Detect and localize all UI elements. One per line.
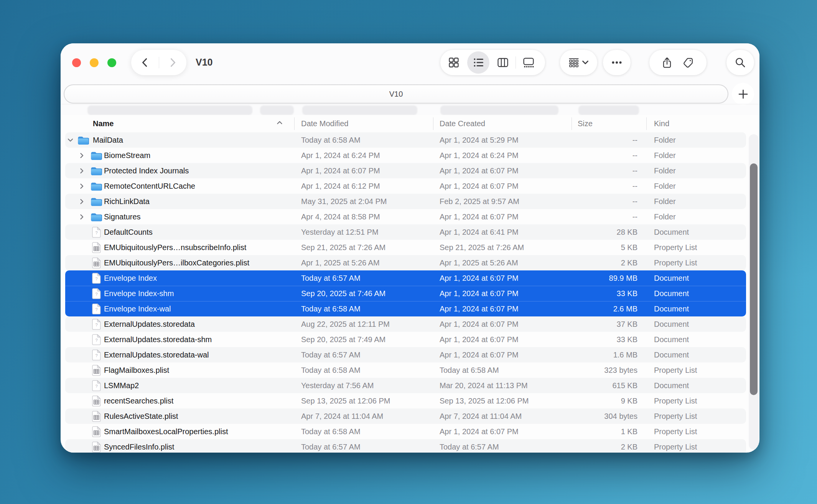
finder-tab[interactable]: V10 bbox=[64, 84, 728, 104]
file-name-label: EMUbiquitouslyPers…nsubscribeInfo.plist bbox=[104, 243, 246, 252]
date-modified-cell: Yesterday at 12:51 PM bbox=[301, 224, 379, 240]
size-cell: 304 bytes bbox=[572, 408, 637, 424]
table-row[interactable]: ?Envelope IndexToday at 6:57 AMApr 1, 20… bbox=[61, 270, 759, 286]
file-name-label: MailData bbox=[93, 136, 123, 145]
share-button[interactable] bbox=[662, 57, 672, 69]
file-name-label: EMUbiquitouslyPers…ilboxCategories.plist bbox=[104, 259, 249, 267]
column-header-name[interactable]: Name bbox=[93, 115, 114, 132]
table-row[interactable]: RemoteContentURLCacheApr 1, 2024 at 6:12… bbox=[61, 178, 759, 194]
column-view-button[interactable] bbox=[491, 50, 515, 75]
name-cell: ?Envelope Index-shm bbox=[61, 286, 174, 301]
kind-cell: Folder bbox=[654, 178, 676, 194]
file-name-label: SmartMailboxesLocalProperties.plist bbox=[104, 427, 228, 436]
close-button[interactable] bbox=[72, 58, 81, 67]
file-name-label: recentSearches.plist bbox=[104, 397, 173, 405]
size-cell: 323 bytes bbox=[572, 362, 637, 378]
table-row[interactable]: RichLinkDataMay 31, 2025 at 2:04 PMFeb 2… bbox=[61, 194, 759, 209]
columns-icon bbox=[497, 57, 509, 68]
date-created-cell: Apr 1, 2024 at 6:07 PM bbox=[440, 163, 519, 178]
name-cell: SyncedFilesInfo.plist bbox=[61, 439, 174, 453]
disclosure-chevron-down-icon[interactable] bbox=[67, 137, 74, 143]
view-switcher-divider bbox=[516, 56, 516, 69]
document-icon: ? bbox=[91, 227, 102, 238]
scrollbar-track[interactable] bbox=[749, 134, 759, 450]
tags-button[interactable] bbox=[683, 57, 694, 68]
name-cell: Signatures bbox=[61, 209, 141, 224]
group-by-button[interactable] bbox=[560, 50, 597, 75]
table-row[interactable]: ?ExternalUpdates.storedata-walToday at 6… bbox=[61, 347, 759, 362]
table-row[interactable]: SyncedFilesInfo.plistToday at 6:57 AMTod… bbox=[61, 439, 759, 453]
date-created-cell: Apr 1, 2024 at 6:07 PM bbox=[440, 270, 519, 286]
table-row[interactable]: BiomeStreamApr 1, 2024 at 6:24 PMApr 1, … bbox=[61, 148, 759, 163]
kind-cell: Property List bbox=[654, 362, 697, 378]
icon-view-button[interactable] bbox=[441, 50, 466, 75]
magnifier-icon bbox=[735, 57, 746, 68]
disclosure-chevron-right-icon[interactable] bbox=[78, 214, 85, 220]
column-divider[interactable] bbox=[646, 117, 647, 130]
forward-button[interactable] bbox=[159, 50, 187, 75]
file-name-label: RulesActiveState.plist bbox=[104, 412, 178, 421]
scrollbar-thumb[interactable] bbox=[750, 163, 758, 395]
table-row[interactable]: EMUbiquitouslyPers…nsubscribeInfo.plistS… bbox=[61, 240, 759, 255]
search-button[interactable] bbox=[726, 50, 754, 75]
table-row[interactable]: SignaturesApr 4, 2024 at 8:58 PMApr 1, 2… bbox=[61, 209, 759, 224]
plist-icon bbox=[91, 441, 102, 453]
table-row[interactable]: MailDataToday at 6:58 AMApr 1, 2024 at 5… bbox=[61, 132, 759, 148]
plist-icon bbox=[91, 365, 102, 376]
size-cell: 2 KB bbox=[572, 255, 637, 270]
column-divider[interactable] bbox=[294, 117, 295, 130]
chevron-right-icon bbox=[168, 58, 177, 68]
gallery-view-button[interactable] bbox=[516, 50, 541, 75]
table-row[interactable]: ?ExternalUpdates.storedataAug 22, 2025 a… bbox=[61, 316, 759, 332]
size-cell: 89.9 MB bbox=[572, 270, 637, 286]
zoom-button[interactable] bbox=[107, 58, 116, 67]
table-row[interactable]: ?LSMMap2Yesterday at 7:56 AMMar 20, 2024… bbox=[61, 378, 759, 393]
back-button[interactable] bbox=[131, 50, 159, 75]
table-row[interactable]: FlagMailboxes.plistToday at 6:58 AMToday… bbox=[61, 362, 759, 378]
column-header-kind[interactable]: Kind bbox=[654, 115, 669, 132]
column-header-bar: Name Date Modified Date Created Size Kin… bbox=[61, 115, 759, 132]
svg-text:?: ? bbox=[95, 230, 97, 235]
disclosure-chevron-right-icon[interactable] bbox=[78, 198, 85, 205]
minimize-button[interactable] bbox=[90, 58, 99, 67]
column-header-date-created[interactable]: Date Created bbox=[440, 115, 485, 132]
table-row[interactable]: ?Envelope Index-shmSep 20, 2025 at 7:46 … bbox=[61, 286, 759, 301]
table-row[interactable]: Protected Index JournalsApr 1, 2024 at 6… bbox=[61, 163, 759, 178]
table-row[interactable]: ?DefaultCountsYesterday at 12:51 PMApr 1… bbox=[61, 224, 759, 240]
column-header-date-modified[interactable]: Date Modified bbox=[301, 115, 348, 132]
name-cell: MailData bbox=[61, 132, 123, 148]
table-row[interactable]: recentSearches.plistSep 13, 2025 at 12:0… bbox=[61, 393, 759, 408]
table-row[interactable]: ?ExternalUpdates.storedata-shmSep 20, 20… bbox=[61, 332, 759, 347]
new-tab-button[interactable] bbox=[732, 83, 754, 105]
table-row[interactable]: ?Envelope Index-walToday at 6:58 AMApr 1… bbox=[61, 301, 759, 316]
date-created-cell: Apr 1, 2024 at 6:07 PM bbox=[440, 347, 519, 362]
list-view-button[interactable] bbox=[467, 51, 489, 74]
kind-cell: Document bbox=[654, 332, 689, 347]
size-cell: 615 KB bbox=[572, 378, 637, 393]
table-row[interactable]: EMUbiquitouslyPers…ilboxCategories.plist… bbox=[61, 255, 759, 270]
column-header-size[interactable]: Size bbox=[578, 115, 593, 132]
column-divider[interactable] bbox=[572, 117, 572, 130]
date-created-cell: Apr 1, 2025 at 5:26 AM bbox=[440, 255, 518, 270]
column-divider[interactable] bbox=[433, 117, 433, 130]
date-created-cell: Apr 1, 2024 at 6:07 PM bbox=[440, 316, 519, 332]
kind-cell: Document bbox=[654, 286, 689, 301]
kind-cell: Property List bbox=[654, 424, 697, 439]
svg-text:?: ? bbox=[95, 384, 97, 388]
table-row[interactable]: RulesActiveState.plistApr 7, 2024 at 11:… bbox=[61, 408, 759, 424]
date-created-cell: Apr 1, 2024 at 6:41 PM bbox=[440, 224, 519, 240]
ghost-row-remnant bbox=[440, 105, 558, 115]
disclosure-chevron-right-icon[interactable] bbox=[78, 183, 85, 189]
disclosure-chevron-right-icon[interactable] bbox=[78, 152, 85, 159]
date-modified-cell: Apr 1, 2024 at 6:12 PM bbox=[301, 178, 380, 194]
kind-cell: Document bbox=[654, 316, 689, 332]
disclosure-chevron-right-icon[interactable] bbox=[78, 168, 85, 174]
document-icon: ? bbox=[91, 380, 102, 391]
ghost-row-remnant bbox=[302, 105, 417, 115]
date-modified-cell: Today at 6:57 AM bbox=[301, 347, 361, 362]
date-modified-cell: Sep 20, 2025 at 7:46 AM bbox=[301, 286, 385, 301]
table-row[interactable]: SmartMailboxesLocalProperties.plistToday… bbox=[61, 424, 759, 439]
ghost-row-remnant bbox=[260, 105, 294, 115]
file-name-label: Envelope Index-shm bbox=[104, 289, 174, 298]
more-options-button[interactable] bbox=[603, 50, 631, 75]
